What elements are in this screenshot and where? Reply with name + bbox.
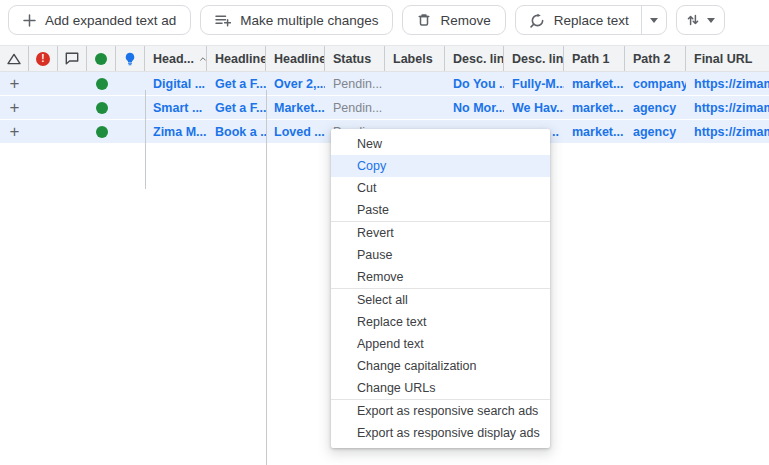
cell-labels[interactable] xyxy=(385,96,445,119)
caret-down-icon xyxy=(650,18,658,23)
cell-headline-3[interactable]: Over 2,... xyxy=(266,72,325,95)
menu-item-revert[interactable]: Revert xyxy=(331,222,550,244)
cell-headline-2[interactable]: Book a ... xyxy=(207,120,266,143)
row-error-cell xyxy=(29,96,58,119)
remove-label: Remove xyxy=(440,13,490,28)
row-idea-cell xyxy=(116,120,145,143)
toolbar: Add expanded text ad Make multiple chang… xyxy=(0,0,769,45)
cell-final-url[interactable]: https://zimam xyxy=(686,96,769,119)
menu-item-change-urls[interactable]: Change URLs xyxy=(331,377,550,399)
column-separator xyxy=(145,90,146,189)
cell-desc-line-1[interactable]: Do You ... xyxy=(445,72,504,95)
column-headline-2[interactable]: Headline... xyxy=(207,46,266,71)
column-comments[interactable] xyxy=(58,46,87,71)
replace-text-button[interactable]: Replace text xyxy=(515,5,667,35)
plus-icon xyxy=(23,14,36,27)
column-labels[interactable]: Labels xyxy=(385,46,445,71)
menu-item-export-responsive-display-ads[interactable]: Export as responsive display ads xyxy=(331,422,550,444)
cell-final-url[interactable]: https://zimam xyxy=(686,72,769,95)
triangle-icon xyxy=(7,53,21,65)
row-add-cell[interactable]: + xyxy=(0,96,29,119)
cell-path-1[interactable]: market... xyxy=(564,96,625,119)
cell-path-1[interactable]: market... xyxy=(564,120,625,143)
row-add-cell[interactable]: + xyxy=(0,72,29,95)
find-replace-icon xyxy=(530,13,545,28)
enabled-status-icon xyxy=(96,126,108,138)
menu-item-select-all[interactable]: Select all xyxy=(331,289,550,311)
menu-item-export-responsive-search-ads[interactable]: Export as responsive search ads xyxy=(331,400,550,422)
cell-path-2[interactable]: company xyxy=(625,72,686,95)
column-label: Path 1 xyxy=(572,52,610,66)
menu-item-new[interactable]: New xyxy=(331,133,550,155)
cell-status[interactable]: Pendin... xyxy=(325,72,385,95)
plus-icon: + xyxy=(10,75,20,92)
plus-icon: + xyxy=(10,99,20,116)
cell-headline-1[interactable]: Digital ... xyxy=(145,72,207,95)
sort-ascending-icon xyxy=(200,56,206,62)
column-path-2[interactable]: Path 2 xyxy=(625,46,686,71)
caret-down-icon xyxy=(707,18,715,23)
cell-headline-3[interactable]: Loved ... xyxy=(266,120,325,143)
column-path-1[interactable]: Path 1 xyxy=(564,46,625,71)
table-header-row: ! Head... Headline... Headline... Status… xyxy=(0,45,769,72)
cell-path-1[interactable]: market... xyxy=(564,72,625,95)
column-label: Desc. lin... xyxy=(453,52,504,66)
add-expanded-text-ad-button[interactable]: Add expanded text ad xyxy=(8,5,191,35)
comment-icon xyxy=(65,52,79,65)
context-menu: New Copy Cut Paste Revert Pause Remove S… xyxy=(331,129,550,448)
column-separator xyxy=(266,90,267,465)
menu-item-append-text[interactable]: Append text xyxy=(331,333,550,355)
plus-icon: + xyxy=(10,123,20,140)
menu-item-change-capitalization[interactable]: Change capitalization xyxy=(331,355,550,377)
cell-headline-1[interactable]: Smart ... xyxy=(145,96,207,119)
playlist-add-icon xyxy=(215,14,231,27)
menu-item-copy[interactable]: Copy xyxy=(331,155,550,177)
column-change-triangle[interactable] xyxy=(0,46,29,71)
cell-path-2[interactable]: agency xyxy=(625,96,686,119)
column-headline-3[interactable]: Headline... xyxy=(266,46,325,71)
cell-headline-1[interactable]: Zima M... xyxy=(145,120,207,143)
column-desc-line-2[interactable]: Desc. lin... xyxy=(504,46,564,71)
row-error-cell xyxy=(29,120,58,143)
cell-desc-line-2[interactable]: Fully-M... xyxy=(504,72,564,95)
column-status-dot[interactable] xyxy=(87,46,116,71)
column-final-url[interactable]: Final URL xyxy=(686,46,769,71)
row-status-dot-cell xyxy=(87,120,116,143)
lightbulb-icon xyxy=(124,52,136,66)
remove-button[interactable]: Remove xyxy=(402,5,505,35)
cell-labels[interactable] xyxy=(385,72,445,95)
menu-item-cut[interactable]: Cut xyxy=(331,177,550,199)
cell-final-url[interactable]: https://zimam xyxy=(686,120,769,143)
menu-item-remove[interactable]: Remove xyxy=(331,266,550,288)
column-label: Headline... xyxy=(215,52,266,66)
replace-text-label: Replace text xyxy=(554,13,629,28)
cell-headline-2[interactable]: Get a F... xyxy=(207,72,266,95)
trash-icon xyxy=(417,13,431,27)
cell-headline-3[interactable]: Market... xyxy=(266,96,325,119)
error-icon: ! xyxy=(36,52,50,66)
table-row[interactable]: + Digital ... Get a F... Over 2,... Pend… xyxy=(0,72,769,96)
table-row[interactable]: + Smart ... Get a F... Market... Pendin.… xyxy=(0,96,769,120)
sort-button[interactable] xyxy=(676,5,725,35)
cell-desc-line-1[interactable]: No Mor... xyxy=(445,96,504,119)
row-status-dot-cell xyxy=(87,72,116,95)
column-label: Labels xyxy=(393,52,433,66)
column-label: Final URL xyxy=(694,52,752,66)
column-desc-line-1[interactable]: Desc. lin... xyxy=(445,46,504,71)
add-expanded-text-ad-label: Add expanded text ad xyxy=(45,13,176,28)
replace-text-dropdown[interactable] xyxy=(641,6,666,34)
cell-path-2[interactable]: agency xyxy=(625,120,686,143)
row-add-cell[interactable]: + xyxy=(0,120,29,143)
make-multiple-changes-button[interactable]: Make multiple changes xyxy=(200,5,393,35)
row-comment-cell xyxy=(58,96,87,119)
menu-item-replace-text[interactable]: Replace text xyxy=(331,311,550,333)
cell-status[interactable]: Pendin... xyxy=(325,96,385,119)
column-ideas[interactable] xyxy=(116,46,145,71)
cell-desc-line-2[interactable]: We Hav... xyxy=(504,96,564,119)
column-errors[interactable]: ! xyxy=(29,46,58,71)
menu-item-paste[interactable]: Paste xyxy=(331,199,550,221)
menu-item-pause[interactable]: Pause xyxy=(331,244,550,266)
cell-headline-2[interactable]: Get a F... xyxy=(207,96,266,119)
column-status[interactable]: Status xyxy=(325,46,385,71)
column-headline-1[interactable]: Head... xyxy=(145,46,207,71)
